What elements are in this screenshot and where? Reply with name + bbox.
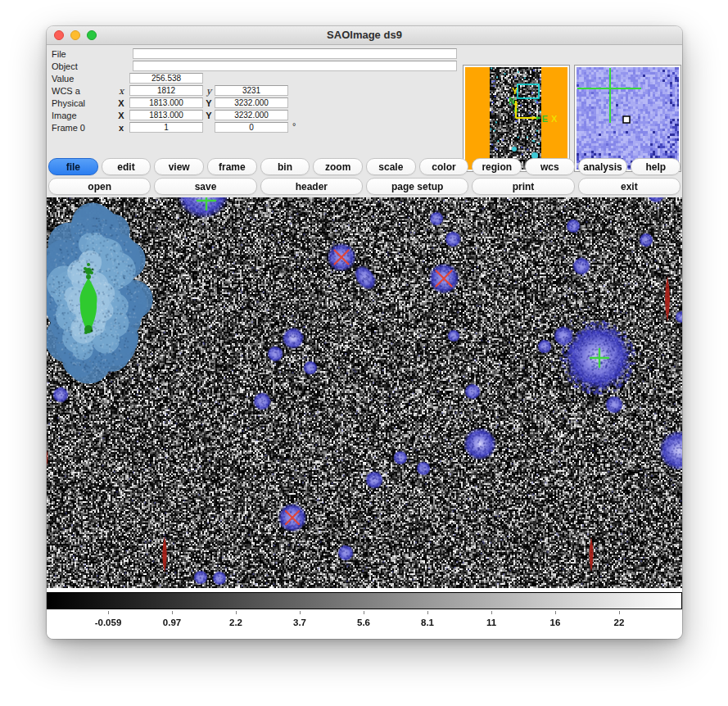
degree-symbol: ° (292, 121, 296, 131)
colorbar-tick-label: 0.97 (163, 618, 181, 627)
colorbar-tick-label: 5.6 (357, 618, 370, 627)
file-field[interactable] (133, 48, 457, 59)
image-y-key: Y (203, 111, 215, 120)
image-y-field[interactable] (215, 110, 288, 120)
value-field[interactable] (129, 73, 203, 84)
menu-button-frame[interactable]: frame (207, 158, 257, 175)
wcs-x-field[interactable] (129, 85, 203, 96)
menu-bar: file edit view frame bin zoom scale colo… (48, 158, 681, 175)
file-toolbar: open save header page setup print exit (48, 178, 681, 195)
menu-button-region[interactable]: region (472, 158, 522, 175)
window-title: SAOImage ds9 (47, 26, 682, 44)
wcs-y-field[interactable] (215, 85, 288, 96)
wcs-label: WCS a (52, 86, 80, 96)
colorbar-tickmark (364, 611, 364, 614)
menu-button-bin[interactable]: bin (260, 158, 310, 175)
save-button[interactable]: save (154, 178, 256, 195)
exit-button[interactable]: exit (578, 178, 681, 195)
page-setup-button[interactable]: page setup (366, 178, 468, 195)
open-button[interactable]: open (48, 178, 151, 195)
panner-panel (463, 65, 570, 172)
wcs-x-key: x (115, 86, 127, 97)
physical-x-field[interactable] (129, 97, 203, 108)
frame-label: Frame 0 (52, 123, 85, 133)
frame-zoom-field[interactable] (129, 122, 203, 133)
colorbar-tickmark (427, 611, 428, 614)
colorbar-tickmark (491, 611, 492, 614)
menu-button-edit[interactable]: edit (102, 158, 151, 175)
menu-button-view[interactable]: view (154, 158, 204, 175)
magnifier-canvas (577, 67, 679, 170)
info-panel: File Object Value WCS a x y Physical X Y… (47, 45, 682, 156)
colorbar[interactable] (47, 592, 682, 609)
main-image-canvas[interactable] (47, 197, 682, 588)
frame-x-key: x (115, 123, 127, 133)
value-label: Value (52, 74, 74, 84)
physical-x-key: X (115, 98, 127, 108)
panner-canvas[interactable] (465, 67, 567, 170)
colorbar-tick-label: 11 (486, 618, 496, 627)
colorbar-tick-label: 3.7 (293, 618, 306, 627)
magnifier-panel (574, 65, 681, 172)
menu-button-scale[interactable]: scale (366, 158, 416, 175)
colorbar-section: -0.059 0.97 2.2 3.7 5.6 8.1 11 16 22 (47, 588, 682, 639)
colorbar-tickmark (172, 611, 173, 614)
physical-label: Physical (52, 98, 85, 108)
titlebar[interactable]: SAOImage ds9 (47, 26, 682, 45)
colorbar-tick-label: 2.2 (229, 618, 242, 627)
object-field[interactable] (133, 61, 457, 71)
colorbar-tickmark (300, 611, 301, 614)
physical-y-field[interactable] (215, 97, 288, 108)
colorbar-tick-label: 8.1 (421, 618, 434, 627)
menu-button-zoom[interactable]: zoom (313, 158, 363, 175)
colorbar-tick-label: 16 (550, 618, 561, 627)
colorbar-tickmark (236, 611, 237, 614)
image-x-field[interactable] (129, 110, 203, 120)
wcs-y-key: y (203, 86, 215, 97)
colorbar-tick-label: -0.059 (95, 618, 122, 627)
image-x-key: X (115, 111, 127, 120)
object-label: Object (52, 61, 78, 71)
colorbar-tick-label: 22 (614, 618, 625, 627)
menu-button-analysis[interactable]: analysis (578, 158, 628, 175)
menu-button-help[interactable]: help (631, 158, 681, 175)
colorbar-tickmark (555, 611, 556, 614)
ds9-window: SAOImage ds9 File Object Value WCS a x y… (47, 26, 682, 639)
frame-rotation-field[interactable] (215, 122, 288, 133)
header-button[interactable]: header (260, 178, 363, 195)
print-button[interactable]: print (472, 178, 574, 195)
info-row-file: File (47, 48, 682, 60)
colorbar-tickmark (108, 611, 109, 614)
physical-y-key: Y (203, 98, 215, 108)
menu-button-file[interactable]: file (48, 158, 98, 175)
colorbar-tickmark (619, 611, 620, 614)
menu-button-color[interactable]: color (419, 158, 469, 175)
menu-button-wcs[interactable]: wcs (525, 158, 575, 175)
file-label: File (52, 49, 66, 59)
image-label: Image (52, 111, 77, 120)
